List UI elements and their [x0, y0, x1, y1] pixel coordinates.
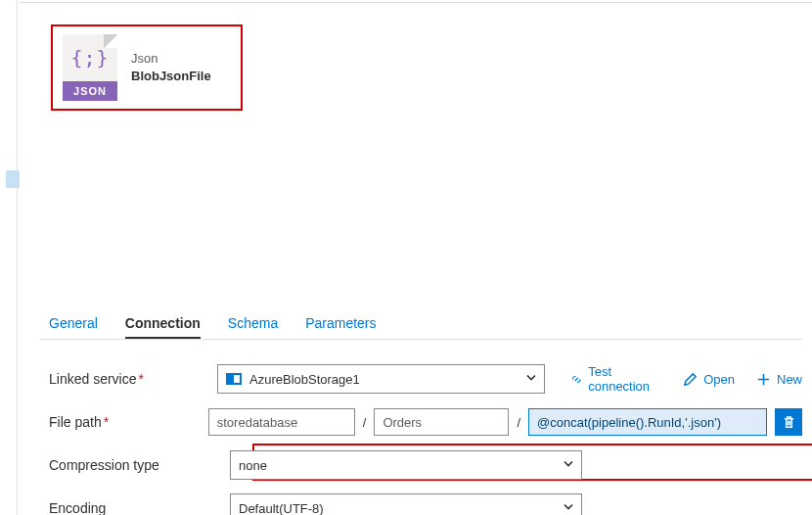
path-separator: /	[517, 415, 520, 430]
test-connection-button[interactable]: Test connection	[570, 364, 661, 394]
encoding-select[interactable]: Default(UTF-8)	[230, 493, 582, 515]
chevron-down-icon	[563, 458, 574, 473]
row-encoding: Encoding Default(UTF-8)	[49, 490, 802, 515]
top-divider	[20, 0, 812, 3]
tab-connection[interactable]: Connection	[125, 315, 201, 339]
linked-service-value: AzureBlobStorage1	[249, 372, 360, 387]
dataset-card[interactable]: {;} JSON Json BlobJsonFile	[51, 24, 243, 111]
compression-label: Compression type	[49, 457, 230, 473]
chevron-down-icon	[563, 501, 574, 516]
nav-sliver	[0, 0, 18, 515]
storage-icon	[226, 373, 242, 385]
trash-icon	[782, 415, 796, 430]
dataset-name: BlobJsonFile	[131, 68, 211, 85]
test-connection-icon	[570, 372, 582, 387]
linked-service-actions: Test connection Open New	[570, 364, 802, 394]
path-separator: /	[363, 415, 367, 430]
dataset-meta: Json BlobJsonFile	[131, 50, 211, 85]
dataset-tabs: General Connection Schema Parameters	[49, 315, 377, 339]
clear-file-button[interactable]	[775, 408, 802, 436]
chevron-down-icon	[525, 372, 537, 387]
dataset-type-label: Json	[131, 50, 211, 68]
open-button[interactable]: Open	[683, 364, 735, 394]
row-linked-service: Linked service* AzureBlobStorage1 Test c…	[49, 360, 802, 398]
linked-service-label: Linked service*	[49, 371, 217, 387]
file-path-label: File path*	[49, 414, 208, 430]
new-button[interactable]: New	[756, 364, 802, 394]
file-path-container-input[interactable]	[208, 408, 355, 436]
canvas: {;} JSON Json BlobJsonFile General Conne…	[20, 0, 812, 515]
row-file-path: File path* / /	[49, 403, 802, 441]
nav-selected-marker	[6, 170, 20, 188]
compression-select[interactable]: none	[230, 450, 582, 480]
file-path-file-expression[interactable]	[528, 408, 767, 436]
json-file-icon: {;} JSON	[63, 34, 117, 101]
pencil-icon	[683, 372, 698, 387]
plus-icon	[756, 372, 771, 387]
tab-schema[interactable]: Schema	[228, 315, 278, 339]
row-compression: Compression type none	[49, 446, 802, 484]
tabs-divider	[39, 339, 802, 340]
linked-service-select[interactable]: AzureBlobStorage1	[217, 364, 545, 394]
compression-value: none	[239, 458, 267, 473]
encoding-label: Encoding	[49, 500, 230, 515]
file-path-folder-input[interactable]	[374, 408, 509, 436]
tab-general[interactable]: General	[49, 315, 98, 339]
connection-form: Linked service* AzureBlobStorage1 Test c…	[49, 360, 802, 515]
encoding-value: Default(UTF-8)	[239, 501, 324, 516]
tab-parameters[interactable]: Parameters	[305, 315, 376, 339]
